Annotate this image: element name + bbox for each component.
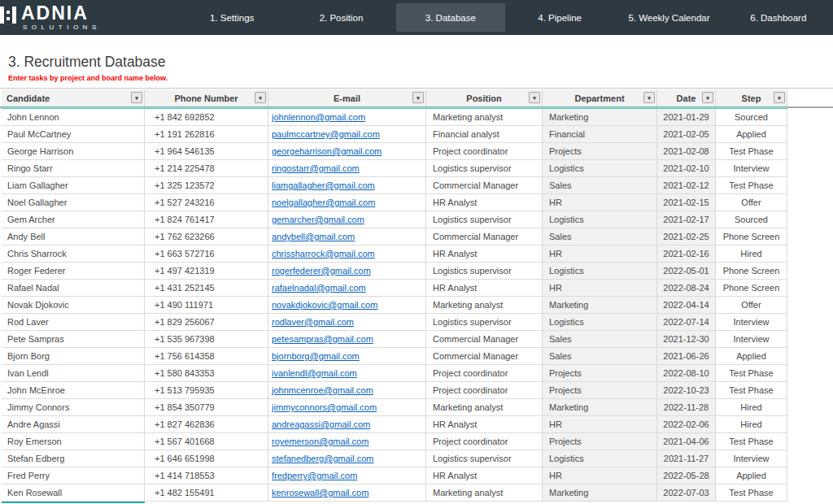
- filter-dropdown-icon[interactable]: ▾: [131, 92, 142, 103]
- email-link[interactable]: kenrosewall@gmail.com: [272, 488, 369, 497]
- cell-phone[interactable]: +1 490 111971: [145, 297, 268, 314]
- email-link[interactable]: jimmyconnors@gmail.com: [272, 402, 377, 412]
- cell-email[interactable]: bjornborg@gmail.com: [268, 348, 426, 365]
- cell-phone[interactable]: +1 762 623266: [145, 228, 268, 245]
- cell-candidate[interactable]: Gem Archer: [2, 211, 145, 228]
- email-link[interactable]: rodlaver@gmail.com: [272, 317, 354, 327]
- cell-department[interactable]: Logistics: [543, 263, 657, 280]
- cell-step[interactable]: Interview: [716, 331, 787, 348]
- cell-department[interactable]: Sales: [543, 228, 657, 245]
- email-link[interactable]: petesampras@gmail.com: [272, 334, 373, 344]
- cell-candidate[interactable]: Pete Sampras: [2, 331, 145, 348]
- cell-email[interactable]: georgeharrison@gmail.com: [268, 143, 426, 160]
- cell-step[interactable]: Phone Screen: [716, 263, 787, 280]
- filter-dropdown-icon[interactable]: ▾: [702, 92, 713, 103]
- email-link[interactable]: andreagassi@gmail.com: [272, 419, 370, 429]
- cell-department[interactable]: Projects: [543, 365, 657, 382]
- cell-position[interactable]: Commercial Manager: [426, 348, 543, 365]
- email-link[interactable]: liamgallagher@gmail.com: [272, 180, 375, 190]
- cell-email[interactable]: royemerson@gmail.com: [268, 433, 426, 450]
- cell-position[interactable]: HR Analyst: [426, 416, 543, 433]
- cell-step[interactable]: Phone Screen: [716, 280, 787, 297]
- cell-date[interactable]: 2021-02-12: [657, 177, 716, 194]
- cell-date[interactable]: 2021-02-08: [657, 143, 716, 160]
- cell-email[interactable]: andybell@gmail.com: [268, 228, 426, 245]
- cell-step[interactable]: Test Phase: [716, 143, 787, 160]
- cell-date[interactable]: 2022-08-24: [657, 280, 716, 297]
- tab-position[interactable]: 2. Position: [286, 3, 395, 32]
- cell-step[interactable]: Sourced: [716, 109, 787, 126]
- filter-dropdown-icon[interactable]: ▾: [412, 92, 424, 103]
- cell-phone[interactable]: +1 824 761417: [145, 211, 268, 228]
- cell-date[interactable]: 2022-08-10: [657, 365, 716, 382]
- cell-candidate[interactable]: Chris Sharrock: [2, 245, 145, 263]
- cell-phone[interactable]: +1 325 123572: [145, 177, 268, 194]
- tab-pipeline[interactable]: 4. Pipeline: [505, 3, 614, 32]
- cell-position[interactable]: Project coordinator: [426, 143, 543, 160]
- cell-position[interactable]: Project coordinator: [426, 382, 543, 399]
- cell-phone[interactable]: +1 482 155491: [145, 484, 268, 502]
- cell-email[interactable]: novakdjokovic@gmail.com: [268, 297, 426, 314]
- cell-email[interactable]: noelgallagher@gmail.com: [268, 194, 426, 211]
- cell-department[interactable]: HR: [543, 416, 657, 433]
- cell-department[interactable]: Sales: [543, 331, 657, 348]
- cell-step[interactable]: Interview: [716, 160, 787, 177]
- cell-candidate[interactable]: Fred Perry: [2, 467, 145, 484]
- cell-position[interactable]: Commercial Manager: [426, 331, 543, 348]
- cell-date[interactable]: 2021-02-15: [657, 194, 716, 211]
- cell-candidate[interactable]: Jimmy Connors: [2, 399, 145, 416]
- email-link[interactable]: paulmccartney@gmail.com: [272, 129, 380, 139]
- cell-phone[interactable]: +1 580 843353: [145, 365, 268, 382]
- cell-phone[interactable]: +1 646 651998: [145, 450, 268, 467]
- cell-department[interactable]: Logistics: [543, 211, 657, 228]
- cell-department[interactable]: Marketing: [543, 109, 657, 126]
- cell-date[interactable]: 2021-02-25: [657, 228, 716, 245]
- cell-position[interactable]: Marketing analyst: [426, 484, 543, 502]
- cell-date[interactable]: 2022-07-03: [657, 484, 716, 502]
- cell-date[interactable]: 2021-04-06: [657, 433, 716, 450]
- cell-position[interactable]: Marketing analyst: [426, 109, 543, 126]
- tab-weekly-calendar[interactable]: 5. Weekly Calendar: [614, 3, 723, 32]
- tab-dashboard[interactable]: 6. Dashboard: [724, 3, 833, 32]
- cell-phone[interactable]: +1 756 614358: [145, 348, 268, 365]
- cell-email[interactable]: paulmccartney@gmail.com: [268, 126, 426, 143]
- cell-position[interactable]: Commercial Manager: [426, 228, 543, 245]
- cell-position[interactable]: Commercial Manager: [426, 177, 543, 194]
- cell-candidate[interactable]: John McEnroe: [2, 382, 145, 399]
- cell-email[interactable]: ivanlendl@gmail.com: [268, 365, 426, 382]
- cell-email[interactable]: gemarcher@gmail.com: [268, 211, 426, 228]
- cell-candidate[interactable]: Paul McCartney: [2, 126, 145, 143]
- cell-step[interactable]: Sourced: [716, 211, 787, 228]
- cell-date[interactable]: 2022-11-28: [657, 399, 716, 416]
- cell-position[interactable]: Logistics supervisor: [426, 160, 543, 177]
- cell-step[interactable]: Applied: [716, 467, 787, 484]
- cell-date[interactable]: 2022-05-01: [657, 263, 716, 280]
- cell-position[interactable]: Marketing analyst: [426, 399, 543, 416]
- cell-email[interactable]: johnmcenroe@gmail.com: [268, 382, 426, 399]
- cell-step[interactable]: Test Phase: [716, 484, 787, 502]
- cell-step[interactable]: Test Phase: [716, 433, 787, 450]
- cell-department[interactable]: HR: [543, 245, 657, 263]
- cell-phone[interactable]: +1 827 462836: [145, 416, 268, 433]
- tab-settings[interactable]: 1. Settings: [177, 3, 286, 32]
- cell-phone[interactable]: +1 535 967398: [145, 331, 268, 348]
- email-link[interactable]: andybell@gmail.com: [272, 232, 355, 241]
- cell-date[interactable]: 2021-12-30: [657, 331, 716, 348]
- cell-step[interactable]: Hired: [716, 245, 787, 263]
- cell-department[interactable]: Sales: [543, 348, 657, 365]
- cell-step[interactable]: Test Phase: [716, 177, 787, 194]
- cell-department[interactable]: Marketing: [543, 484, 657, 502]
- cell-phone[interactable]: +1 964 546135: [145, 143, 268, 160]
- cell-phone[interactable]: +1 527 243216: [145, 194, 268, 211]
- cell-candidate[interactable]: Rod Laver: [2, 314, 145, 331]
- cell-candidate[interactable]: Liam Gallagher: [2, 177, 145, 194]
- cell-email[interactable]: ringostarr@gmail.com: [268, 160, 426, 177]
- cell-email[interactable]: johnlennon@gmail.com: [268, 109, 426, 126]
- cell-date[interactable]: 2021-01-29: [657, 109, 716, 126]
- cell-position[interactable]: Logistics supervisor: [426, 211, 543, 228]
- cell-department[interactable]: Marketing: [543, 399, 657, 416]
- cell-candidate[interactable]: Stefan Edberg: [2, 450, 145, 467]
- tab-database[interactable]: 3. Database: [396, 3, 505, 32]
- email-link[interactable]: royemerson@gmail.com: [272, 437, 369, 446]
- cell-step[interactable]: Hired: [716, 399, 787, 416]
